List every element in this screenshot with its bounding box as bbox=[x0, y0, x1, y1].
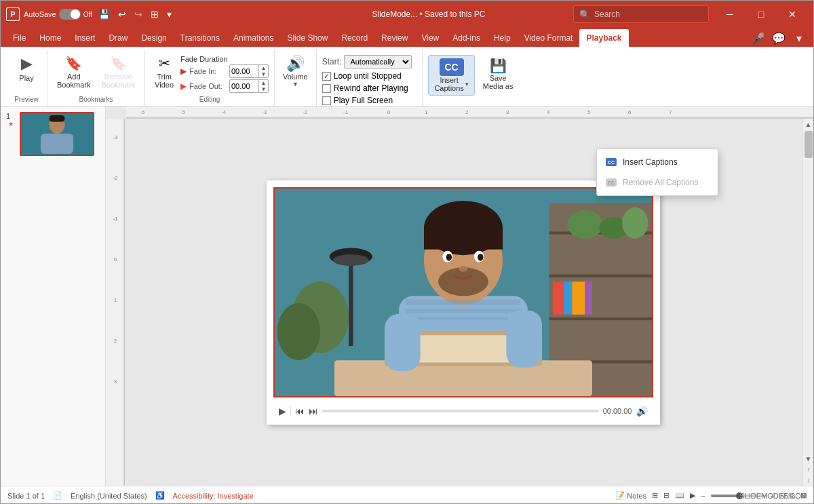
slide-1-item[interactable]: 1 ★ bbox=[6, 112, 100, 156]
tab-help[interactable]: Help bbox=[487, 29, 518, 47]
slide-sorter-button[interactable]: ⊟ bbox=[663, 491, 670, 500]
insert-captions-dropdown: CC Insert Captions CC Remove All Caption… bbox=[596, 149, 718, 196]
tab-animations[interactable]: Animations bbox=[227, 29, 280, 47]
tab-view[interactable]: View bbox=[414, 29, 446, 47]
tab-home[interactable]: Home bbox=[33, 29, 68, 47]
slide-layout-icon[interactable]: ⊞ bbox=[149, 7, 161, 21]
volume-button[interactable]: 🔊 Volume ▼ bbox=[280, 52, 311, 88]
svg-rect-46 bbox=[585, 282, 592, 315]
trim-label: TrimVideo bbox=[155, 73, 174, 89]
tab-playback[interactable]: Playback bbox=[579, 29, 628, 47]
rewind-checkbox[interactable] bbox=[322, 84, 331, 93]
fade-in-spinner: ▲ ▼ bbox=[258, 65, 268, 77]
bookmarks-group-content: 🔖 AddBookmark 🔖 RemoveBookmark bbox=[53, 50, 139, 96]
volume-dropdown-arrow[interactable]: ▼ bbox=[292, 81, 298, 88]
fade-in-input[interactable] bbox=[230, 67, 258, 75]
insert-captions-arrow: ▾ bbox=[465, 81, 469, 88]
dropdown-insert-captions[interactable]: CC Insert Captions bbox=[597, 152, 718, 172]
comments-icon[interactable]: 💬 bbox=[770, 29, 788, 47]
svg-text:3: 3 bbox=[114, 379, 117, 385]
close-button[interactable]: ✕ bbox=[777, 1, 808, 28]
video-volume-button[interactable]: 🔊 bbox=[636, 406, 648, 416]
slide-star-1: ★ bbox=[8, 121, 14, 128]
add-bookmark-icon: 🔖 bbox=[65, 55, 82, 71]
fullscreen-label: Play Full Screen bbox=[334, 96, 393, 105]
tab-review[interactable]: Review bbox=[374, 29, 414, 47]
fade-in-down[interactable]: ▼ bbox=[258, 71, 268, 77]
video-play-button[interactable]: ▶ bbox=[279, 406, 286, 416]
tab-addins[interactable]: Add-ins bbox=[446, 29, 487, 47]
tab-videoformat[interactable]: Video Format bbox=[518, 29, 580, 47]
video-progress-bar[interactable] bbox=[322, 410, 599, 412]
undo-icon[interactable]: ↩ bbox=[116, 7, 128, 21]
scroll-down-button[interactable]: ▼ bbox=[803, 453, 814, 464]
slide-thumb-content bbox=[21, 113, 93, 155]
svg-rect-45 bbox=[572, 282, 585, 315]
video-prev-button[interactable]: ⏮ bbox=[295, 406, 305, 416]
slide-thumb-1[interactable] bbox=[20, 112, 94, 156]
minimize-button[interactable]: ─ bbox=[714, 1, 745, 28]
svg-rect-10 bbox=[21, 112, 93, 154]
svg-rect-68 bbox=[406, 316, 520, 319]
redo-icon[interactable]: ↪ bbox=[132, 7, 144, 21]
svg-rect-52 bbox=[349, 260, 353, 346]
adjust-up-button[interactable]: ↑ bbox=[803, 464, 814, 475]
dropdown-remove-icon: CC bbox=[605, 176, 617, 189]
svg-text:-4: -4 bbox=[221, 109, 227, 115]
insert-captions-label: Insert Captions ▾ bbox=[434, 76, 468, 92]
adjust-down-button[interactable]: ↓ bbox=[803, 475, 814, 486]
tab-record[interactable]: Record bbox=[334, 29, 374, 47]
fade-out-down[interactable]: ▼ bbox=[258, 86, 268, 92]
fade-out-input[interactable] bbox=[230, 82, 258, 90]
fade-out-up[interactable]: ▲ bbox=[258, 80, 268, 86]
more-qat-icon[interactable]: ▾ bbox=[165, 7, 174, 21]
window-controls: ─ □ ✕ bbox=[714, 1, 808, 28]
fade-section: Fade Duration ▶ Fade In: ▲ ▼ bbox=[180, 52, 269, 93]
video-controls-bar: ▶ ⏮ ⏭ 00:00.00 🔊 bbox=[275, 402, 652, 421]
notes-button[interactable]: 📝 Notes bbox=[615, 491, 646, 500]
insert-captions-button[interactable]: CC Insert Captions ▾ bbox=[428, 55, 474, 96]
svg-text:-6: -6 bbox=[140, 109, 145, 115]
tab-insert[interactable]: Insert bbox=[68, 29, 102, 47]
ribbon-group-captions: CC Insert Captions ▾ 💾 SaveMedia as bbox=[423, 50, 524, 106]
search-bar[interactable]: 🔍 bbox=[573, 5, 709, 23]
tab-draw[interactable]: Draw bbox=[102, 29, 134, 47]
scroll-up-button[interactable]: ▲ bbox=[803, 119, 814, 130]
mic-icon[interactable]: 🎤 bbox=[750, 29, 767, 47]
tab-slideshow[interactable]: Slide Show bbox=[280, 29, 334, 47]
svg-text:6: 6 bbox=[628, 109, 632, 115]
fullscreen-checkbox[interactable] bbox=[322, 96, 331, 105]
search-input[interactable] bbox=[594, 9, 689, 19]
fade-in-up[interactable]: ▲ bbox=[258, 65, 268, 71]
slide-content[interactable]: ▶ ⏮ ⏭ 00:00.00 🔊 bbox=[267, 180, 660, 425]
scroll-thumb[interactable] bbox=[805, 131, 813, 158]
accessibility-status[interactable]: Accessibility: Investigate bbox=[173, 492, 254, 500]
play-button[interactable]: ▶ Play bbox=[12, 52, 41, 85]
loop-row: ✓ Loop until Stopped bbox=[322, 71, 417, 81]
ribbon-expand-icon[interactable]: ▾ bbox=[790, 29, 808, 47]
canvas-scrollbar: ▲ ▼ ↑ ↓ bbox=[802, 119, 813, 486]
video-next-button[interactable]: ⏭ bbox=[309, 406, 318, 416]
save-icon[interactable]: 💾 bbox=[96, 7, 112, 21]
loop-label: Loop until Stopped bbox=[334, 71, 402, 81]
ruler-left: -3 -2 -1 0 1 2 3 bbox=[106, 119, 125, 486]
save-media-button[interactable]: 💾 SaveMedia as bbox=[478, 55, 519, 93]
zoom-out-button[interactable]: − bbox=[701, 492, 705, 500]
reading-view-button[interactable]: 📖 bbox=[675, 491, 684, 500]
tab-design[interactable]: Design bbox=[134, 29, 173, 47]
maximize-button[interactable]: □ bbox=[745, 1, 777, 28]
start-dropdown[interactable]: Automatically When Clicked On bbox=[344, 55, 412, 69]
video-frame[interactable] bbox=[273, 187, 653, 398]
slideshow-view-button[interactable]: ▶ bbox=[690, 491, 695, 500]
add-bookmark-button[interactable]: 🔖 AddBookmark bbox=[53, 52, 95, 92]
tab-file[interactable]: File bbox=[6, 29, 33, 47]
rewind-label: Rewind after Playing bbox=[334, 83, 408, 93]
trim-video-button[interactable]: ✂ TrimVideo bbox=[151, 52, 178, 92]
autosave-toggle[interactable] bbox=[59, 9, 81, 20]
preview-group-label: Preview bbox=[14, 96, 39, 106]
svg-text:CC: CC bbox=[608, 160, 615, 165]
loop-checkbox[interactable]: ✓ bbox=[322, 72, 331, 81]
ribbon-tab-icons: 🎤 💬 ▾ bbox=[750, 29, 808, 47]
normal-view-button[interactable]: ⊞ bbox=[652, 491, 658, 500]
tab-transitions[interactable]: Transitions bbox=[174, 29, 227, 47]
